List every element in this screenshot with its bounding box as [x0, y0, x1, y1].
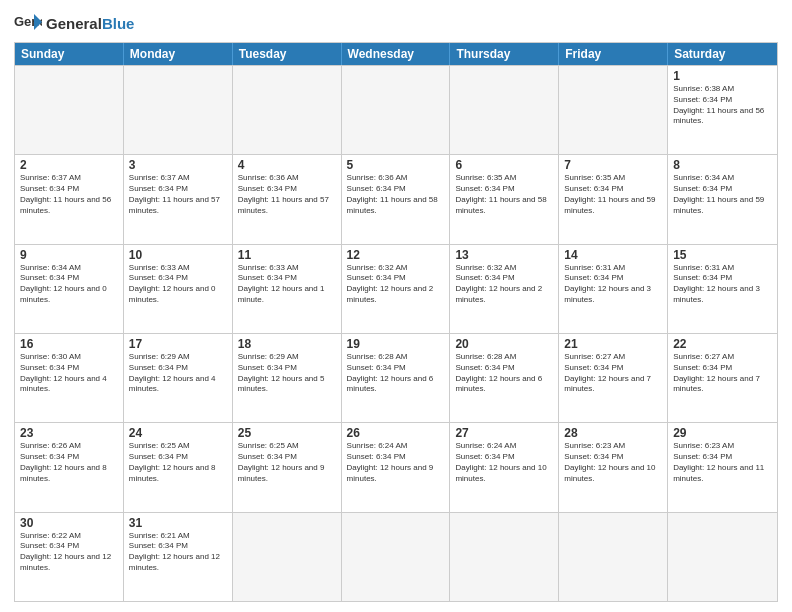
header-day-wednesday: Wednesday: [342, 43, 451, 65]
day-number: 16: [20, 337, 118, 351]
calendar-cell: [233, 66, 342, 154]
cell-info: Sunrise: 6:36 AM Sunset: 6:34 PM Dayligh…: [238, 173, 336, 216]
day-number: 5: [347, 158, 445, 172]
header-day-friday: Friday: [559, 43, 668, 65]
cell-info: Sunrise: 6:24 AM Sunset: 6:34 PM Dayligh…: [455, 441, 553, 484]
cell-info: Sunrise: 6:28 AM Sunset: 6:34 PM Dayligh…: [455, 352, 553, 395]
calendar-cell: 26Sunrise: 6:24 AM Sunset: 6:34 PM Dayli…: [342, 423, 451, 511]
calendar-cell: 12Sunrise: 6:32 AM Sunset: 6:34 PM Dayli…: [342, 245, 451, 333]
cell-info: Sunrise: 6:27 AM Sunset: 6:34 PM Dayligh…: [564, 352, 662, 395]
calendar-cell: 18Sunrise: 6:29 AM Sunset: 6:34 PM Dayli…: [233, 334, 342, 422]
calendar-cell: 25Sunrise: 6:25 AM Sunset: 6:34 PM Dayli…: [233, 423, 342, 511]
calendar-cell: [124, 66, 233, 154]
calendar-cell: [450, 66, 559, 154]
calendar-cell: 10Sunrise: 6:33 AM Sunset: 6:34 PM Dayli…: [124, 245, 233, 333]
header-day-monday: Monday: [124, 43, 233, 65]
cell-info: Sunrise: 6:28 AM Sunset: 6:34 PM Dayligh…: [347, 352, 445, 395]
day-number: 22: [673, 337, 772, 351]
day-number: 14: [564, 248, 662, 262]
calendar-cell: [668, 513, 777, 601]
cell-info: Sunrise: 6:35 AM Sunset: 6:34 PM Dayligh…: [455, 173, 553, 216]
calendar-cell: 15Sunrise: 6:31 AM Sunset: 6:34 PM Dayli…: [668, 245, 777, 333]
logo-icon: General: [14, 12, 42, 34]
cell-info: Sunrise: 6:27 AM Sunset: 6:34 PM Dayligh…: [673, 352, 772, 395]
logo: General GeneralBlue: [14, 12, 134, 34]
header-day-thursday: Thursday: [450, 43, 559, 65]
calendar-cell: 13Sunrise: 6:32 AM Sunset: 6:34 PM Dayli…: [450, 245, 559, 333]
calendar-header: SundayMondayTuesdayWednesdayThursdayFrid…: [15, 43, 777, 65]
calendar-cell: 28Sunrise: 6:23 AM Sunset: 6:34 PM Dayli…: [559, 423, 668, 511]
calendar-cell: 5Sunrise: 6:36 AM Sunset: 6:34 PM Daylig…: [342, 155, 451, 243]
cell-info: Sunrise: 6:25 AM Sunset: 6:34 PM Dayligh…: [129, 441, 227, 484]
cell-info: Sunrise: 6:26 AM Sunset: 6:34 PM Dayligh…: [20, 441, 118, 484]
day-number: 19: [347, 337, 445, 351]
calendar-cell: 31Sunrise: 6:21 AM Sunset: 6:34 PM Dayli…: [124, 513, 233, 601]
calendar-cell: 7Sunrise: 6:35 AM Sunset: 6:34 PM Daylig…: [559, 155, 668, 243]
cell-info: Sunrise: 6:30 AM Sunset: 6:34 PM Dayligh…: [20, 352, 118, 395]
cell-info: Sunrise: 6:31 AM Sunset: 6:34 PM Dayligh…: [673, 263, 772, 306]
day-number: 31: [129, 516, 227, 530]
calendar-cell: [450, 513, 559, 601]
calendar-cell: [342, 66, 451, 154]
cell-info: Sunrise: 6:34 AM Sunset: 6:34 PM Dayligh…: [20, 263, 118, 306]
calendar-row-0: 1Sunrise: 6:38 AM Sunset: 6:34 PM Daylig…: [15, 65, 777, 154]
cell-info: Sunrise: 6:31 AM Sunset: 6:34 PM Dayligh…: [564, 263, 662, 306]
calendar-row-5: 30Sunrise: 6:22 AM Sunset: 6:34 PM Dayli…: [15, 512, 777, 601]
cell-info: Sunrise: 6:34 AM Sunset: 6:34 PM Dayligh…: [673, 173, 772, 216]
calendar-cell: 14Sunrise: 6:31 AM Sunset: 6:34 PM Dayli…: [559, 245, 668, 333]
calendar-cell: 6Sunrise: 6:35 AM Sunset: 6:34 PM Daylig…: [450, 155, 559, 243]
day-number: 26: [347, 426, 445, 440]
cell-info: Sunrise: 6:21 AM Sunset: 6:34 PM Dayligh…: [129, 531, 227, 574]
cell-info: Sunrise: 6:22 AM Sunset: 6:34 PM Dayligh…: [20, 531, 118, 574]
day-number: 20: [455, 337, 553, 351]
day-number: 17: [129, 337, 227, 351]
day-number: 12: [347, 248, 445, 262]
day-number: 9: [20, 248, 118, 262]
cell-info: Sunrise: 6:37 AM Sunset: 6:34 PM Dayligh…: [129, 173, 227, 216]
calendar-cell: 22Sunrise: 6:27 AM Sunset: 6:34 PM Dayli…: [668, 334, 777, 422]
calendar-cell: 30Sunrise: 6:22 AM Sunset: 6:34 PM Dayli…: [15, 513, 124, 601]
day-number: 23: [20, 426, 118, 440]
day-number: 28: [564, 426, 662, 440]
cell-info: Sunrise: 6:33 AM Sunset: 6:34 PM Dayligh…: [129, 263, 227, 306]
calendar-cell: 4Sunrise: 6:36 AM Sunset: 6:34 PM Daylig…: [233, 155, 342, 243]
day-number: 6: [455, 158, 553, 172]
cell-info: Sunrise: 6:38 AM Sunset: 6:34 PM Dayligh…: [673, 84, 772, 127]
day-number: 30: [20, 516, 118, 530]
day-number: 24: [129, 426, 227, 440]
calendar-cell: 17Sunrise: 6:29 AM Sunset: 6:34 PM Dayli…: [124, 334, 233, 422]
calendar-cell: 8Sunrise: 6:34 AM Sunset: 6:34 PM Daylig…: [668, 155, 777, 243]
calendar-cell: 16Sunrise: 6:30 AM Sunset: 6:34 PM Dayli…: [15, 334, 124, 422]
calendar-cell: [559, 513, 668, 601]
cell-info: Sunrise: 6:33 AM Sunset: 6:34 PM Dayligh…: [238, 263, 336, 306]
day-number: 2: [20, 158, 118, 172]
cell-info: Sunrise: 6:32 AM Sunset: 6:34 PM Dayligh…: [347, 263, 445, 306]
day-number: 29: [673, 426, 772, 440]
day-number: 25: [238, 426, 336, 440]
calendar-cell: 1Sunrise: 6:38 AM Sunset: 6:34 PM Daylig…: [668, 66, 777, 154]
header-day-tuesday: Tuesday: [233, 43, 342, 65]
calendar-body: 1Sunrise: 6:38 AM Sunset: 6:34 PM Daylig…: [15, 65, 777, 601]
header-day-saturday: Saturday: [668, 43, 777, 65]
cell-info: Sunrise: 6:32 AM Sunset: 6:34 PM Dayligh…: [455, 263, 553, 306]
calendar-row-1: 2Sunrise: 6:37 AM Sunset: 6:34 PM Daylig…: [15, 154, 777, 243]
day-number: 11: [238, 248, 336, 262]
calendar-cell: [342, 513, 451, 601]
calendar-cell: 19Sunrise: 6:28 AM Sunset: 6:34 PM Dayli…: [342, 334, 451, 422]
calendar-cell: 3Sunrise: 6:37 AM Sunset: 6:34 PM Daylig…: [124, 155, 233, 243]
day-number: 4: [238, 158, 336, 172]
day-number: 18: [238, 337, 336, 351]
cell-info: Sunrise: 6:25 AM Sunset: 6:34 PM Dayligh…: [238, 441, 336, 484]
day-number: 15: [673, 248, 772, 262]
calendar-row-2: 9Sunrise: 6:34 AM Sunset: 6:34 PM Daylig…: [15, 244, 777, 333]
calendar-cell: 29Sunrise: 6:23 AM Sunset: 6:34 PM Dayli…: [668, 423, 777, 511]
calendar-cell: 21Sunrise: 6:27 AM Sunset: 6:34 PM Dayli…: [559, 334, 668, 422]
calendar-cell: 11Sunrise: 6:33 AM Sunset: 6:34 PM Dayli…: [233, 245, 342, 333]
day-number: 27: [455, 426, 553, 440]
day-number: 1: [673, 69, 772, 83]
cell-info: Sunrise: 6:29 AM Sunset: 6:34 PM Dayligh…: [129, 352, 227, 395]
calendar-row-3: 16Sunrise: 6:30 AM Sunset: 6:34 PM Dayli…: [15, 333, 777, 422]
day-number: 3: [129, 158, 227, 172]
cell-info: Sunrise: 6:37 AM Sunset: 6:34 PM Dayligh…: [20, 173, 118, 216]
header: General GeneralBlue: [14, 12, 778, 34]
